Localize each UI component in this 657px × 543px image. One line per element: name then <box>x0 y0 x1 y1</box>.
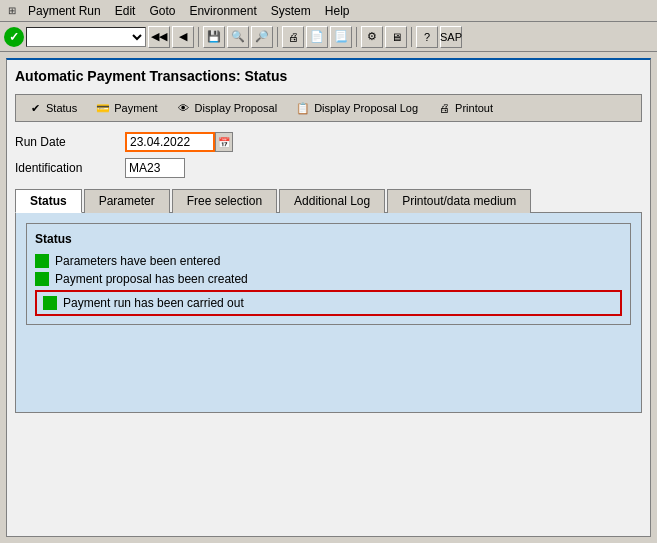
printout-btn[interactable]: 🖨 Printout <box>429 97 500 119</box>
status-text-3: Payment run has been carried out <box>63 296 244 310</box>
tab-printout-data-medium[interactable]: Printout/data medium <box>387 189 531 213</box>
menu-system[interactable]: System <box>265 2 317 20</box>
command-field[interactable] <box>26 27 146 47</box>
panel: Automatic Payment Transactions: Status ✔… <box>6 58 651 537</box>
tab-content-status: Status Parameters have been entered Paym… <box>15 213 642 413</box>
status-ok-icon: ✓ <box>4 27 24 47</box>
status-item-2: Payment proposal has been created <box>35 272 622 286</box>
separator-4 <box>411 27 412 47</box>
status-icon-3 <box>43 296 57 310</box>
run-date-row: Run Date 📅 <box>15 132 642 152</box>
print-btn[interactable]: 🖨 <box>282 26 304 48</box>
menu-edit[interactable]: Edit <box>109 2 142 20</box>
find-next-btn[interactable]: 🔎 <box>251 26 273 48</box>
calendar-btn[interactable]: 📅 <box>215 132 233 152</box>
menu-bar: ⊞ Payment Run Edit Goto Environment Syst… <box>0 0 657 22</box>
identification-input[interactable] <box>125 158 185 178</box>
main-content: Automatic Payment Transactions: Status ✔… <box>0 52 657 543</box>
display-proposal-log-icon: 📋 <box>295 100 311 116</box>
sap-help-btn[interactable]: SAP <box>440 26 462 48</box>
separator-1 <box>198 27 199 47</box>
status-group: Status Parameters have been entered Paym… <box>26 223 631 325</box>
nav-back-btn[interactable]: ◀ <box>172 26 194 48</box>
status-text-1: Parameters have been entered <box>55 254 220 268</box>
display-proposal-icon: 👁 <box>176 100 192 116</box>
display-proposal-btn[interactable]: 👁 Display Proposal <box>169 97 285 119</box>
status-icon: ✔ <box>27 100 43 116</box>
save-btn[interactable]: 💾 <box>203 26 225 48</box>
status-text-2: Payment proposal has been created <box>55 272 248 286</box>
status-icon-1 <box>35 254 49 268</box>
display-proposal-log-label: Display Proposal Log <box>314 102 418 114</box>
status-item-1: Parameters have been entered <box>35 254 622 268</box>
run-date-label: Run Date <box>15 135 125 149</box>
page-title: Automatic Payment Transactions: Status <box>15 68 642 84</box>
status-btn-label: Status <box>46 102 77 114</box>
find-btn[interactable]: 🔍 <box>227 26 249 48</box>
status-group-title: Status <box>35 232 622 246</box>
identification-label: Identification <box>15 161 125 175</box>
status-icon-2 <box>35 272 49 286</box>
panel-toolbar: ✔ Status 💳 Payment 👁 Display Proposal 📋 … <box>15 94 642 122</box>
nav-first-btn[interactable]: ◀◀ <box>148 26 170 48</box>
tab-additional-log[interactable]: Additional Log <box>279 189 385 213</box>
tab-parameter[interactable]: Parameter <box>84 189 170 213</box>
run-date-input[interactable] <box>125 132 215 152</box>
tab-container: Status Parameter Free selection Addition… <box>15 188 642 413</box>
separator-2 <box>277 27 278 47</box>
printout-icon: 🖨 <box>436 100 452 116</box>
display-proposal-log-btn[interactable]: 📋 Display Proposal Log <box>288 97 425 119</box>
menu-environment[interactable]: Environment <box>183 2 262 20</box>
status-item-3-highlighted: Payment run has been carried out <box>35 290 622 316</box>
menu-payment-run[interactable]: Payment Run <box>22 2 107 20</box>
printout-label: Printout <box>455 102 493 114</box>
tab-list: Status Parameter Free selection Addition… <box>15 188 642 213</box>
tab-free-selection[interactable]: Free selection <box>172 189 277 213</box>
payment-icon: 💳 <box>95 100 111 116</box>
display-proposal-label: Display Proposal <box>195 102 278 114</box>
settings-btn[interactable]: ⚙ <box>361 26 383 48</box>
help-btn[interactable]: ? <box>416 26 438 48</box>
toolbar: ✓ ◀◀ ◀ 💾 🔍 🔎 🖨 📄 📃 ⚙ 🖥 ? SAP <box>0 22 657 52</box>
monitor-btn[interactable]: 🖥 <box>385 26 407 48</box>
print2-btn[interactable]: 📄 <box>306 26 328 48</box>
status-tab-btn[interactable]: ✔ Status <box>20 97 84 119</box>
sap-icon: ⊞ <box>4 3 20 19</box>
menu-goto[interactable]: Goto <box>143 2 181 20</box>
payment-tab-btn[interactable]: 💳 Payment <box>88 97 164 119</box>
separator-3 <box>356 27 357 47</box>
print3-btn[interactable]: 📃 <box>330 26 352 48</box>
menu-help[interactable]: Help <box>319 2 356 20</box>
tab-status[interactable]: Status <box>15 189 82 213</box>
identification-row: Identification <box>15 158 642 178</box>
payment-btn-label: Payment <box>114 102 157 114</box>
